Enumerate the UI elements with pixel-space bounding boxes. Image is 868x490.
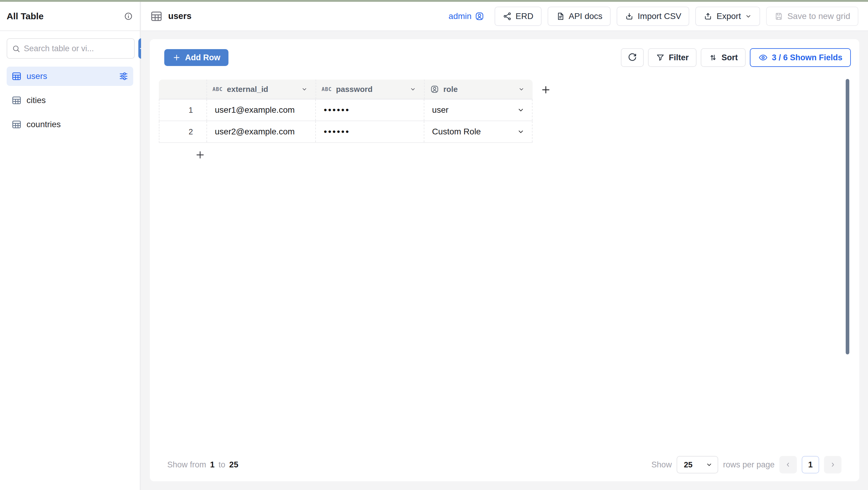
export-button[interactable]: Export — [695, 7, 760, 26]
erd-graph-icon — [503, 12, 512, 21]
chevron-down-icon — [706, 461, 713, 468]
text-type-icon: ABC — [321, 86, 332, 92]
shown-fields-button[interactable]: 3 / 6 Shown Fields — [750, 48, 851, 67]
save-icon — [774, 12, 783, 21]
chevron-down-icon[interactable] — [518, 86, 525, 93]
masked-password: •••••• — [324, 105, 350, 115]
role-value: Custom Role — [432, 127, 481, 136]
grid-toolbar: Add Row Filter — [164, 48, 851, 67]
export-button-label: Export — [716, 11, 741, 21]
sidebar-header: All Table — [0, 2, 140, 31]
user-badge-icon — [430, 85, 439, 94]
cell-role-select[interactable]: Custom Role — [424, 121, 532, 142]
show-label: Show — [651, 460, 672, 469]
page-title: users — [168, 11, 191, 21]
column-header-role[interactable]: role — [424, 80, 532, 99]
document-icon — [556, 12, 565, 21]
chevron-down-icon[interactable] — [410, 86, 416, 93]
sidebar-item-countries[interactable]: countries — [7, 115, 133, 134]
next-page-button[interactable] — [824, 456, 841, 473]
filter-button[interactable]: Filter — [648, 48, 696, 67]
data-grid-wrap: ABC external_id ABC password — [159, 80, 859, 161]
row-number-cell[interactable]: 1 — [159, 99, 207, 121]
chevron-down-icon[interactable] — [301, 86, 308, 93]
topbar-actions: admin ERD API docs Import CSV — [448, 7, 858, 26]
api-docs-button[interactable]: API docs — [548, 7, 611, 26]
quick-add-row-button[interactable] — [193, 148, 207, 161]
column-header-external-id[interactable]: ABC external_id — [207, 80, 315, 99]
sidebar-search-row — [7, 38, 133, 59]
cell-external-id[interactable]: user2@example.com — [207, 121, 316, 142]
cell-role-select[interactable]: user — [424, 99, 532, 121]
table-row: 2 user2@example.com •••••• Custom Role — [159, 121, 532, 143]
table-grid-icon — [11, 71, 22, 81]
sort-button[interactable]: Sort — [701, 48, 746, 67]
page-size-value: 25 — [684, 460, 692, 469]
erd-button-label: ERD — [516, 11, 533, 21]
import-csv-button[interactable]: Import CSV — [617, 7, 689, 26]
cell-password[interactable]: •••••• — [316, 99, 424, 121]
range-summary-prefix: Show from — [167, 460, 206, 469]
data-grid: ABC external_id ABC password — [159, 80, 532, 161]
chevron-down-icon[interactable] — [517, 128, 525, 135]
add-row-button[interactable]: Add Row — [164, 49, 228, 66]
chevron-right-icon — [829, 461, 836, 468]
current-table: users — [150, 10, 191, 23]
cell-password[interactable]: •••••• — [316, 121, 424, 142]
role-value: user — [432, 105, 448, 115]
range-to-word: to — [218, 460, 225, 469]
current-page-button[interactable]: 1 — [802, 456, 819, 473]
column-name: password — [336, 85, 373, 94]
sidebar-item-label: countries — [27, 120, 61, 129]
sort-button-label: Sort — [721, 53, 738, 62]
chevron-down-icon[interactable] — [517, 106, 525, 114]
rows-per-page-label: rows per page — [723, 460, 775, 469]
search-input-box[interactable] — [7, 38, 135, 59]
plus-icon — [173, 53, 181, 62]
refresh-icon — [627, 53, 637, 62]
sidebar-item-label: users — [27, 71, 47, 81]
table-list: users cities coun — [7, 67, 133, 134]
admin-user-link[interactable]: admin — [448, 11, 484, 21]
filter-button-label: Filter — [669, 53, 689, 62]
page-size-select[interactable]: 25 — [677, 456, 718, 473]
text-type-icon: ABC — [213, 86, 223, 92]
grid-header-row: ABC external_id ABC password — [159, 80, 532, 99]
erd-button[interactable]: ERD — [495, 7, 541, 26]
cell-external-id[interactable]: user1@example.com — [207, 99, 316, 121]
toolbar-right-group: Filter Sort 3 / 6 Shown Fields — [621, 48, 851, 67]
column-header-password[interactable]: ABC password — [315, 80, 424, 99]
table-settings-icon[interactable] — [119, 71, 128, 81]
api-docs-button-label: API docs — [569, 11, 602, 21]
sidebar-item-cities[interactable]: cities — [7, 91, 133, 110]
info-icon[interactable] — [124, 12, 133, 21]
sidebar: All Table — [0, 2, 141, 490]
eye-icon — [758, 53, 768, 62]
grid-card: Add Row Filter — [150, 39, 859, 481]
vertical-scrollbar[interactable] — [846, 79, 849, 355]
topbar: users admin ERD API docs Impor — [141, 2, 868, 31]
search-icon — [12, 44, 20, 53]
row-number-cell[interactable]: 2 — [159, 121, 207, 142]
refresh-button[interactable] — [621, 48, 644, 67]
admin-link-label: admin — [448, 11, 471, 21]
range-from: 1 — [210, 460, 215, 469]
pager-controls: Show 25 rows per page 1 — [651, 456, 841, 473]
sidebar-item-users[interactable]: users — [7, 67, 133, 86]
pagination-bar: Show from 1 to 25 Show 25 rows per page … — [167, 456, 841, 473]
range-summary: Show from 1 to 25 — [167, 460, 239, 469]
prev-page-button[interactable] — [779, 456, 797, 473]
table-grid-icon — [150, 10, 163, 23]
sort-arrows-icon — [709, 53, 718, 62]
sidebar-item-label: cities — [27, 95, 46, 105]
save-to-new-grid-button[interactable]: Save to new grid — [766, 7, 858, 26]
export-icon — [704, 12, 712, 21]
column-name: role — [443, 85, 458, 94]
table-grid-icon — [11, 119, 22, 130]
plus-icon — [195, 150, 206, 160]
add-column-button[interactable] — [540, 84, 552, 96]
import-csv-button-label: Import CSV — [638, 11, 681, 21]
plus-icon — [540, 84, 551, 95]
search-input[interactable] — [24, 44, 130, 53]
shown-fields-label: 3 / 6 Shown Fields — [772, 53, 842, 62]
